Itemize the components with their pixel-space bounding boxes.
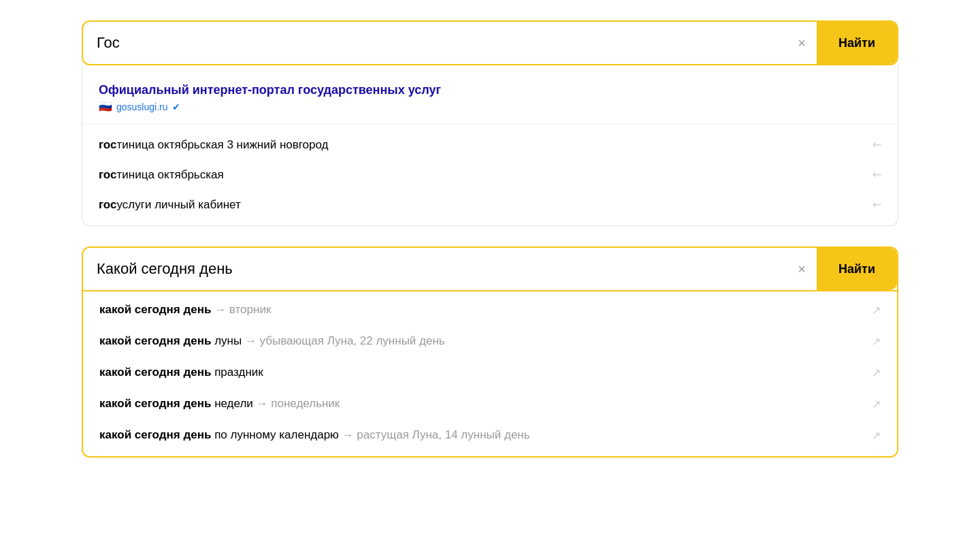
search-input-1[interactable]: [83, 23, 787, 63]
suggestion-arrow-icon: ↗: [872, 429, 881, 442]
suggestion-arrow-icon: ↗: [869, 138, 885, 153]
search-button-1[interactable]: Найти: [817, 22, 897, 64]
verified-icon: ✔: [172, 101, 180, 112]
suggestion-item[interactable]: какой сегодня день луны → убывающая Луна…: [83, 325, 897, 357]
search-input-wrapper-2: × Найти: [82, 246, 898, 291]
search-clear-button-2[interactable]: ×: [787, 262, 817, 276]
suggestion-item[interactable]: какой сегодня день по лунному календарю …: [83, 419, 897, 451]
suggestion-item[interactable]: какой сегодня день недели → понедельник …: [83, 388, 897, 419]
suggestion-item[interactable]: какой сегодня день → вторник ↗: [83, 294, 897, 325]
suggestion-text: гостиница октябрьская 3 нижний новгород: [99, 138, 329, 152]
suggestion-arrow-icon: ↗: [869, 197, 885, 213]
suggestion-text: какой сегодня день → вторник: [99, 303, 271, 317]
suggestion-item[interactable]: гостиница октябрьская ↗: [82, 160, 898, 190]
suggestion-arrow-icon: ↗: [872, 304, 881, 317]
suggestion-arrow-icon: ↗: [872, 366, 881, 379]
search-button-2[interactable]: Найти: [817, 248, 897, 290]
suggestion-text: гостиница октябрьская: [99, 168, 224, 182]
suggestion-arrow-icon: ↗: [872, 335, 881, 348]
search-dropdown-1: Официальный интернет-портал государствен…: [82, 65, 898, 226]
suggestion-text: какой сегодня день недели → понедельник: [99, 397, 340, 411]
suggestion-text: какой сегодня день по лунному календарю …: [99, 428, 530, 442]
featured-link[interactable]: Официальный интернет-портал государствен…: [99, 83, 881, 97]
suggestion-item[interactable]: гостиница октябрьская 3 нижний новгород …: [82, 130, 898, 160]
search-dropdown-2: какой сегодня день → вторник ↗ какой сег…: [82, 291, 898, 458]
flag-icon: 🇷🇺: [99, 100, 112, 113]
featured-domain: 🇷🇺 gosuslugi.ru ✔: [99, 100, 881, 113]
search-block-1: × Найти Официальный интернет-портал госу…: [82, 20, 898, 226]
suggestion-item[interactable]: госуслуги личный кабинет ↗: [82, 190, 898, 220]
suggestion-text: госуслуги личный кабинет: [99, 198, 241, 212]
search-input-2[interactable]: [83, 249, 787, 289]
search-block-2: × Найти какой сегодня день → вторник ↗ к…: [82, 246, 898, 458]
suggestion-item[interactable]: какой сегодня день праздник ↗: [83, 357, 897, 388]
suggestion-text: какой сегодня день луны → убывающая Луна…: [99, 334, 445, 348]
domain-text: gosuslugi.ru: [116, 101, 168, 112]
featured-result[interactable]: Официальный интернет-портал государствен…: [82, 76, 898, 125]
suggestion-text: какой сегодня день праздник: [99, 366, 263, 379]
suggestion-arrow-icon: ↗: [869, 168, 885, 183]
search-input-wrapper-1: × Найти: [82, 20, 898, 65]
search-clear-button-1[interactable]: ×: [787, 36, 817, 50]
suggestion-arrow-icon: ↗: [872, 398, 881, 411]
